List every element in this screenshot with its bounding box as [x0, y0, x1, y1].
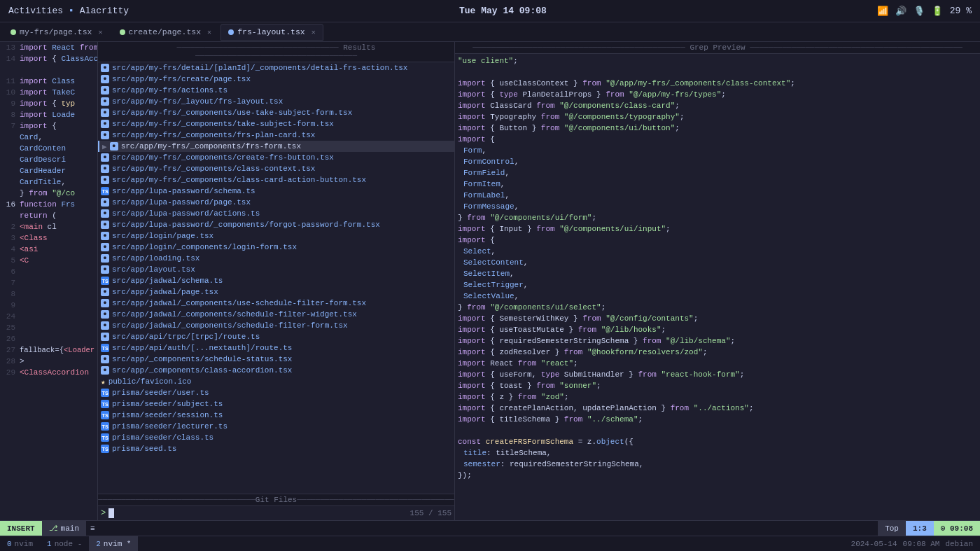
list-item[interactable]: ★public/favicon.ico: [98, 376, 454, 387]
code-editor[interactable]: 13import React from 'react'; 14import { …: [0, 42, 97, 520]
list-item[interactable]: ●src/app/login/_components/login-form.ts…: [98, 242, 454, 253]
tab-dot-2: [120, 29, 125, 35]
list-item[interactable]: ●src/app/my-frs/_components/use-take-sub…: [98, 107, 454, 118]
git-input-area: > 155 / 155: [98, 506, 454, 520]
grep-line: import { createPlanAction, updatePlanAct…: [458, 403, 977, 414]
list-item[interactable]: TSprisma/seeder/class.ts: [98, 432, 454, 443]
list-item[interactable]: ●src/app/login/page.tsx: [98, 230, 454, 242]
code-line: 9: [0, 300, 97, 311]
code-line: CardConten: [0, 143, 97, 154]
list-item[interactable]: TSsrc/app/api/auth/[...nextauth]/route.t…: [98, 342, 454, 354]
grep-line: import { titleSchema } from "../schema";: [458, 414, 977, 425]
grep-header: ────────────────────────────────────────…: [455, 42, 980, 54]
tab-create-page[interactable]: create/page.tsx ✕: [112, 24, 220, 41]
grep-line: Select,: [458, 246, 977, 257]
list-item[interactable]: TSprisma/seeder/lecturer.ts: [98, 421, 454, 432]
list-item[interactable]: ●src/app/my-frs/actions.ts: [98, 85, 454, 96]
list-item[interactable]: ●src/app/_components/class-accordion.tsx: [98, 365, 454, 376]
grep-line: "use client";: [458, 55, 977, 67]
branch-icon: ⎇: [49, 524, 58, 533]
list-item[interactable]: ●src/app/my-frs/_layout/frs-layout.tsx: [98, 96, 454, 107]
list-item[interactable]: ●src/app/my-frs/_components/take-subject…: [98, 118, 454, 130]
tab-close-3[interactable]: ✕: [312, 28, 316, 36]
grep-line: FormMessage,: [458, 201, 977, 212]
tab-label-2: create/page.tsx: [129, 27, 202, 36]
topbar-datetime: Tue May 14 09:08: [459, 6, 547, 16]
app-name: Alacritty: [80, 6, 129, 16]
git-count: 155 / 155: [410, 509, 451, 517]
tmux-win-label-1: node -: [55, 540, 83, 548]
list-item[interactable]: ●src/app/my-frs/detail/[planId]/_compone…: [98, 62, 454, 74]
list-item[interactable]: ●src/app/lupa-password/_components/forgo…: [98, 219, 454, 230]
tmux-win-2[interactable]: 2 nvim *: [89, 536, 138, 551]
code-line: 11import Class: [0, 76, 97, 87]
code-line: 8: [0, 288, 97, 300]
code-line: 3 <Class: [0, 232, 97, 244]
tmux-right: 2024-05-14 09:08 AM debian: [844, 540, 980, 548]
git-files-header: ────────────────────────────────── Git F…: [98, 494, 454, 506]
grep-line: import {: [458, 134, 977, 145]
grep-line: FormControl,: [458, 156, 977, 167]
grep-line: import { zodResolver } from "@hookform/r…: [458, 347, 977, 358]
list-item[interactable]: ●src/app/jadwal/_components/schedule-fil…: [98, 309, 454, 320]
grep-line: import { useForm, type SubmitHandler } f…: [458, 369, 977, 380]
list-item[interactable]: ●src/app/lupa-password/page.tsx: [98, 197, 454, 208]
code-line: 9import { typ: [0, 98, 97, 109]
list-item-selected[interactable]: ▶●src/app/my-frs/_components/frs-form.ts…: [98, 141, 454, 152]
topbar-right: 📶 🔊 🎙️ 🔋 29 %: [877, 6, 972, 17]
list-item[interactable]: ●src/app/my-frs/_components/class-card-a…: [98, 174, 454, 186]
list-item[interactable]: ●src/app/jadwal/_components/schedule-fil…: [98, 320, 454, 331]
list-item[interactable]: ●src/app/jadwal/_components/use-schedule…: [98, 298, 454, 309]
list-item[interactable]: TSsrc/app/jadwal/schema.ts: [98, 275, 454, 286]
list-item[interactable]: TSprisma/seed.ts: [98, 443, 454, 454]
tab-dot-3: [228, 29, 234, 35]
list-item[interactable]: ●src/app/my-frs/_components/create-frs-b…: [98, 152, 454, 163]
list-item[interactable]: ●src/app/my-frs/create/page.tsx: [98, 74, 454, 85]
results-pane: ─────────────────────────────────── Resu…: [98, 42, 455, 520]
tab-close-1[interactable]: ✕: [99, 28, 103, 36]
grep-line: SelectTrigger,: [458, 279, 977, 291]
list-item[interactable]: ●src/app/lupa-password/actions.ts: [98, 208, 454, 219]
tab-close-2[interactable]: ✕: [207, 28, 211, 36]
tab-my-frs-page[interactable]: my-frs/page.tsx ✕: [3, 24, 111, 41]
list-item[interactable]: TSprisma/seeder/subject.ts: [98, 398, 454, 410]
list-item[interactable]: ●src/app/_components/schedule-status.tsx: [98, 354, 454, 365]
list-item[interactable]: TSsrc/app/lupa-password/schema.ts: [98, 186, 454, 197]
grep-line: import { Input } from "@/components/ui/i…: [458, 223, 977, 235]
grep-line: [458, 67, 977, 78]
tmux-win-1[interactable]: 1 node -: [40, 536, 89, 551]
grep-line: import Typography from "@/components/typ…: [458, 111, 977, 123]
list-item[interactable]: TSprisma/seeder/user.ts: [98, 387, 454, 398]
results-list: ●src/app/my-frs/detail/[planId]/_compone…: [98, 62, 454, 494]
grep-pane: ────────────────────────────────────────…: [455, 42, 980, 520]
grep-line: [458, 425, 977, 436]
grep-line: import { Button } from "@/components/ui/…: [458, 123, 977, 134]
list-item[interactable]: ●src/app/layout.tsx: [98, 264, 454, 275]
git-cursor: [108, 508, 114, 518]
list-item[interactable]: ●src/app/jadwal/page.tsx: [98, 286, 454, 298]
code-line: 4 <asi: [0, 244, 97, 255]
list-item[interactable]: TSprisma/seeder/session.ts: [98, 410, 454, 421]
list-item[interactable]: ●src/app/my-frs/_components/class-contex…: [98, 163, 454, 174]
editor-pane: 13import React from 'react'; 14import { …: [0, 42, 98, 520]
battery-label: 29 %: [950, 6, 972, 16]
list-item[interactable]: ●src/app/loading.tsx: [98, 253, 454, 264]
activities-label[interactable]: Activities: [8, 6, 63, 16]
grep-content[interactable]: "use client"; import { useClassContext }…: [455, 54, 980, 520]
code-line: [0, 64, 97, 76]
tab-frs-layout[interactable]: frs-layout.tsx ✕: [220, 24, 323, 41]
grep-line: Form,: [458, 145, 977, 156]
grep-line: import { z } from "zod";: [458, 391, 977, 403]
git-prompt: >: [101, 508, 106, 518]
status-top-label: Top: [878, 521, 906, 536]
code-line: return (: [0, 210, 97, 221]
list-item[interactable]: ●src/app/my-frs/_components/frs-plan-car…: [98, 130, 454, 141]
tmux-win-label-2: nvim *: [104, 540, 132, 548]
tmux-win-num-0: 0: [7, 540, 12, 548]
code-line: CardDescri: [0, 154, 97, 165]
grep-line: semester: requiredSemesterStringSchema,: [458, 459, 977, 470]
tmux-win-0[interactable]: 0 nvim: [0, 536, 40, 551]
list-item[interactable]: ●src/app/api/trpc/[trpc]/route.ts: [98, 331, 454, 342]
grep-line: } from "@/components/ui/select";: [458, 302, 977, 313]
grep-line: import { useToastMutate } from "@/lib/ho…: [458, 324, 977, 335]
